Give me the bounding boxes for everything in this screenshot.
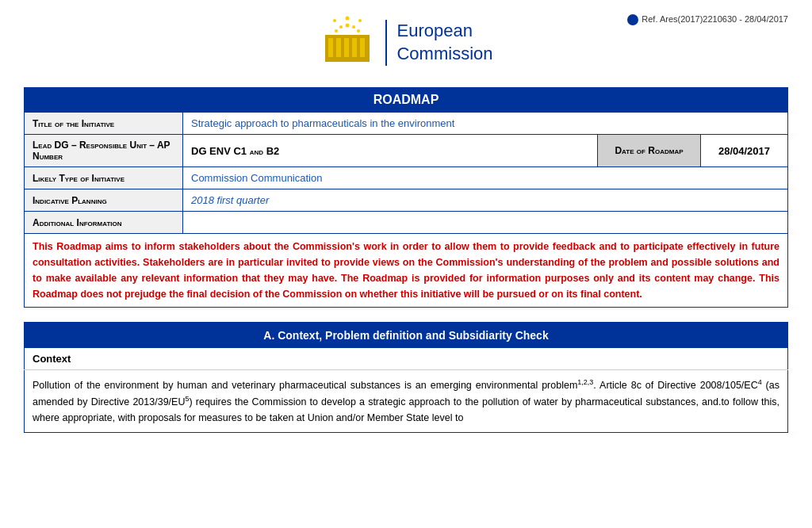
additional-row: Additional Information — [25, 212, 788, 234]
svg-point-12 — [335, 29, 338, 33]
ref-text: Ref. Ares(2017)2210630 - 28/04/2017 — [642, 14, 788, 24]
additional-label: Additional Information — [25, 212, 183, 234]
svg-rect-5 — [344, 38, 349, 57]
svg-rect-4 — [336, 38, 341, 57]
svg-point-13 — [333, 19, 336, 22]
svg-point-15 — [358, 19, 362, 22]
planning-value: 2018 first quarter — [183, 189, 788, 212]
header: European Commission Ref. Ares(2017)22106… — [0, 0, 812, 79]
ec-logo: European Commission — [319, 14, 492, 71]
ec-emblem-icon — [319, 14, 376, 71]
section-a-subsection: Context — [25, 348, 788, 370]
type-row: Likely Type of Initiative Commission Com… — [25, 167, 788, 189]
lead-value: DG ENV C1 and B2 — [183, 135, 598, 167]
title-label: Title of the Initiative — [25, 113, 183, 135]
ref-icon — [627, 14, 638, 25]
ec-text: European Commission — [385, 20, 492, 65]
svg-rect-7 — [360, 38, 365, 57]
planning-label: Indicative Planning — [25, 189, 183, 212]
section-a-title: A. Context, Problem definition and Subsi… — [25, 323, 788, 349]
page: European Commission Ref. Ares(2017)22106… — [0, 0, 812, 449]
svg-point-11 — [339, 25, 343, 29]
disclaimer-row: This Roadmap aims to inform stakeholders… — [25, 234, 788, 308]
type-label: Likely Type of Initiative — [25, 167, 183, 189]
header-center: European Commission — [215, 14, 597, 71]
main-content: ROADMAP Title of the Initiative Strategi… — [0, 79, 812, 449]
svg-point-9 — [352, 25, 355, 29]
section-a-body: Pollution of the environment by human an… — [25, 370, 788, 433]
date-label: Date of Roadmap — [598, 135, 701, 167]
svg-rect-6 — [352, 38, 357, 57]
additional-value — [183, 212, 788, 234]
disclaimer-text: This Roadmap aims to inform stakeholders… — [25, 234, 788, 308]
roadmap-table: ROADMAP Title of the Initiative Strategi… — [24, 87, 788, 308]
svg-point-14 — [346, 17, 350, 21]
section-a-table: A. Context, Problem definition and Subsi… — [24, 322, 788, 433]
header-right: Ref. Ares(2017)2210630 - 28/04/2017 — [597, 14, 788, 25]
title-value: Strategic approach to pharmaceuticals in… — [183, 113, 788, 135]
planning-row: Indicative Planning 2018 first quarter — [25, 189, 788, 212]
lead-row: Lead DG – Responsible Unit – AP Number D… — [25, 135, 788, 167]
svg-rect-1 — [325, 57, 370, 62]
title-row: Title of the Initiative Strategic approa… — [25, 113, 788, 135]
svg-point-10 — [357, 29, 360, 33]
svg-point-8 — [346, 24, 350, 28]
date-value: 28/04/2017 — [701, 135, 788, 167]
roadmap-title: ROADMAP — [25, 88, 788, 113]
svg-rect-3 — [328, 38, 333, 57]
lead-label: Lead DG – Responsible Unit – AP Number — [25, 135, 183, 167]
type-value: Commission Communication — [183, 167, 788, 189]
